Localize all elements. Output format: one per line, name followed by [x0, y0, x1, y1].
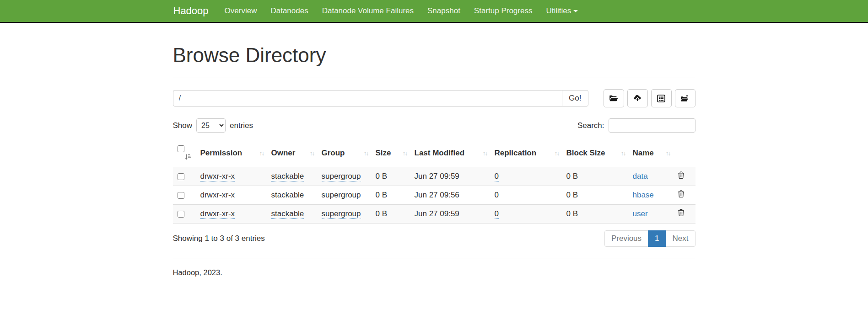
nav-item-datanodes[interactable]: Datanodes [264, 0, 315, 22]
header-block-size[interactable]: Block Size [563, 140, 629, 167]
row-checkbox[interactable] [178, 211, 184, 218]
show-label: Show [173, 121, 193, 130]
sort-icon [310, 149, 314, 157]
page-title: Browse Directory [173, 44, 695, 67]
permission-value[interactable]: drwxr-xr-x [200, 191, 235, 200]
page-length-select[interactable]: 25 [196, 118, 226, 133]
table-controls-row: Show 25 entries Search: [173, 118, 695, 133]
select-all-header[interactable] [173, 140, 197, 167]
pagination-page-1[interactable]: 1 [648, 230, 666, 247]
header-last-modified[interactable]: Last Modified [411, 140, 491, 167]
folder-open-icon [609, 95, 618, 102]
directory-link[interactable]: data [633, 172, 648, 181]
sort-icon [483, 149, 487, 157]
top-navbar: Hadoop Overview Datanodes Datanode Volum… [0, 0, 868, 23]
entries-info: Showing 1 to 3 of 3 entries [173, 234, 265, 243]
utilities-label: Utilities [546, 6, 571, 15]
folder-move-icon [680, 95, 690, 102]
replication-value[interactable]: 0 [495, 191, 499, 200]
sort-icon [555, 149, 559, 157]
permission-value[interactable]: drwxr-xr-x [200, 209, 235, 219]
trash-icon [678, 192, 685, 199]
last-modified-value: Jun 27 09:56 [415, 191, 459, 199]
sort-icon [666, 149, 670, 157]
table-header-row: Permission Owner Group Size Last Modifie… [173, 140, 695, 167]
header-permission[interactable]: Permission [197, 140, 268, 167]
nav-item-utilities-dropdown[interactable]: Utilities [539, 0, 585, 22]
row-checkbox[interactable] [178, 173, 184, 180]
directory-path-input[interactable] [173, 90, 563, 106]
select-all-checkbox[interactable] [178, 145, 184, 152]
nav-item-datanode-volume-failures[interactable]: Datanode Volume Failures [315, 0, 421, 22]
entries-label: entries [230, 121, 253, 130]
footer-text: Hadoop, 2023. [173, 268, 695, 277]
nav-item-startup-progress[interactable]: Startup Progress [467, 0, 539, 22]
table-footer: Showing 1 to 3 of 3 entries Previous 1 N… [173, 230, 695, 247]
table-row: drwxr-xr-x stackable supergroup 0 B Jun … [173, 167, 695, 186]
owner-value[interactable]: stackable [271, 172, 304, 181]
sort-icon [364, 149, 368, 157]
directory-link[interactable]: hbase [633, 191, 654, 199]
block-size-value: 0 B [566, 191, 578, 199]
size-value: 0 B [376, 191, 388, 199]
delete-button[interactable] [678, 171, 685, 181]
cut-paste-button[interactable] [651, 89, 672, 107]
header-actions [674, 140, 695, 167]
table-body: drwxr-xr-x stackable supergroup 0 B Jun … [173, 167, 695, 223]
create-directory-button[interactable] [604, 89, 624, 107]
upload-files-button[interactable] [627, 89, 648, 107]
length-menu: Show 25 entries [173, 118, 253, 133]
permission-value[interactable]: drwxr-xr-x [200, 172, 235, 181]
path-input-group: Go! [173, 90, 588, 106]
group-value[interactable]: supergroup [322, 191, 361, 200]
sort-icon [259, 149, 264, 157]
directory-link[interactable]: user [633, 209, 648, 218]
delete-button[interactable] [678, 209, 685, 218]
pagination: Previous 1 Next [604, 230, 695, 247]
group-value[interactable]: supergroup [322, 172, 361, 181]
nav-item-snapshot[interactable]: Snapshot [421, 0, 467, 22]
navbar-container: Hadoop Overview Datanodes Datanode Volum… [167, 0, 702, 22]
header-name[interactable]: Name [629, 140, 674, 167]
search-label: Search: [577, 121, 604, 130]
sort-amount-icon [184, 154, 191, 162]
go-button[interactable]: Go! [562, 90, 588, 106]
move-to-trash-button[interactable] [675, 89, 695, 107]
owner-value[interactable]: stackable [271, 191, 304, 200]
footer-divider [173, 259, 695, 259]
sort-icon [403, 149, 407, 157]
header-group[interactable]: Group [318, 140, 372, 167]
table-row: drwxr-xr-x stackable supergroup 0 B Jun … [173, 186, 695, 204]
sort-icon [621, 149, 625, 157]
table-row: drwxr-xr-x stackable supergroup 0 B Jun … [173, 204, 695, 223]
table-search: Search: [577, 118, 695, 133]
brand-link[interactable]: Hadoop [173, 0, 209, 22]
size-value: 0 B [376, 172, 388, 181]
last-modified-value: Jun 27 09:59 [415, 172, 459, 181]
replication-value[interactable]: 0 [495, 172, 499, 181]
block-size-value: 0 B [566, 209, 578, 218]
pagination-next[interactable]: Next [666, 230, 695, 247]
block-size-value: 0 B [566, 172, 578, 181]
group-value[interactable]: supergroup [322, 209, 361, 219]
pagination-previous[interactable]: Previous [604, 230, 648, 247]
list-alt-icon [657, 95, 665, 102]
path-form-row: Go! [173, 89, 695, 107]
directory-table: Permission Owner Group Size Last Modifie… [173, 140, 695, 224]
last-modified-value: Jun 27 09:59 [415, 209, 459, 218]
owner-value[interactable]: stackable [271, 209, 304, 219]
heading-divider [173, 78, 695, 78]
delete-button[interactable] [678, 190, 685, 199]
replication-value[interactable]: 0 [495, 209, 499, 219]
header-owner[interactable]: Owner [268, 140, 318, 167]
size-value: 0 B [376, 209, 388, 218]
header-replication[interactable]: Replication [491, 140, 563, 167]
trash-icon [678, 174, 685, 181]
header-size[interactable]: Size [372, 140, 411, 167]
main-container: Browse Directory Go! [166, 44, 702, 277]
search-input[interactable] [609, 118, 695, 133]
row-checkbox[interactable] [178, 192, 184, 199]
nav-item-overview[interactable]: Overview [218, 0, 264, 22]
explorer-toolbar [604, 89, 695, 107]
chevron-down-icon [573, 10, 578, 12]
